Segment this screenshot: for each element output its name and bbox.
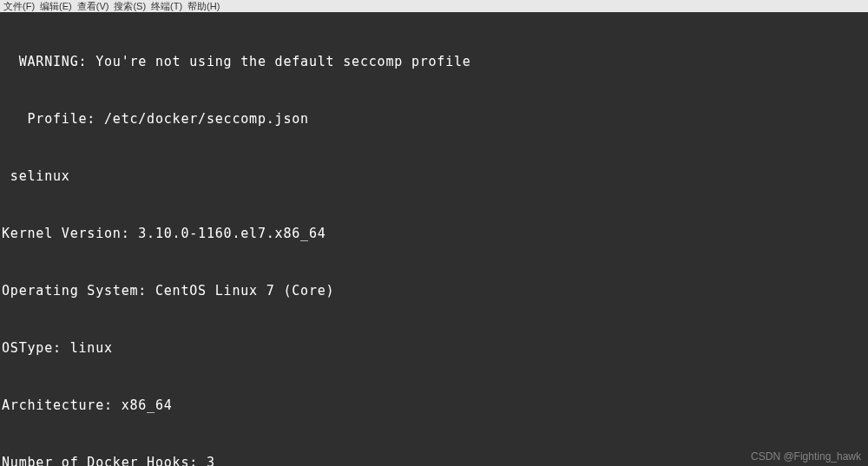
terminal-output[interactable]: WARNING: You're not using the default se… — [0, 12, 868, 466]
menu-search[interactable]: 搜索(S) — [114, 0, 146, 13]
menu-file[interactable]: 文件(F) — [3, 0, 35, 13]
menu-help[interactable]: 帮助(H) — [187, 0, 220, 13]
csdn-watermark: CSDN @Fighting_hawk — [751, 450, 861, 463]
output-line: selinux — [2, 167, 866, 186]
output-line: Profile: /etc/docker/seccomp.json — [2, 109, 866, 128]
menu-terminal[interactable]: 终端(T) — [151, 0, 182, 13]
output-line: Operating System: CentOS Linux 7 (Core) — [2, 281, 866, 300]
output-line: OSType: linux — [2, 338, 866, 358]
menu-view[interactable]: 查看(V) — [77, 0, 109, 13]
output-line: Number of Docker Hooks: 3 — [2, 453, 866, 466]
output-line: Architecture: x86_64 — [2, 396, 866, 415]
menubar: 文件(F) 编辑(E) 查看(V) 搜索(S) 终端(T) 帮助(H) — [0, 0, 868, 12]
output-line: Kernel Version: 3.10.0-1160.el7.x86_64 — [2, 224, 866, 243]
output-line: WARNING: You're not using the default se… — [2, 52, 866, 71]
menu-edit[interactable]: 编辑(E) — [40, 0, 72, 13]
